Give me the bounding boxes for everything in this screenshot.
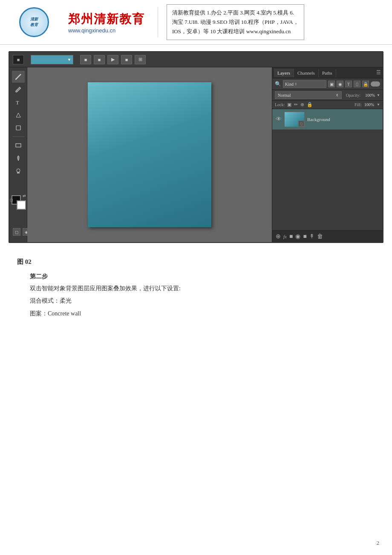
- svg-rect-3: [16, 144, 21, 147]
- separator-1: [12, 136, 24, 137]
- ps-top-toolbar: ■ ▼ ■ ■ ▶ ■ ⊞: [9, 52, 383, 67]
- layers-mask-icon[interactable]: ■: [289, 233, 293, 240]
- ps-tool-path[interactable]: [12, 109, 25, 121]
- step-desc-1: 双击智能对象背景图层应用图案叠加效果，进行以下设置:: [30, 283, 375, 294]
- filter-pixel-icon[interactable]: ▣: [328, 81, 335, 87]
- panel-menu-icon[interactable]: ☰: [376, 69, 381, 76]
- ps-layers-bottom: ⊕ fx ■ ◉ ■ ↟ 🗑: [272, 230, 383, 242]
- ps-lock-fill-row: Lock: ▣ ✏ ⊕ 🔒 Fill: 100% ▼: [272, 101, 383, 109]
- ps-default-colors-icon[interactable]: ◻: [10, 198, 13, 202]
- header: 清新教育 郑州清新教育 www.qingxinedu.cn 清新教育提供 1.办…: [0, 0, 392, 45]
- ps-panel-tabs: Layers Channels Paths ☰: [272, 67, 383, 78]
- layers-link-icon[interactable]: ⊕: [276, 233, 281, 240]
- filter-smart-icon[interactable]: 🔒: [362, 81, 369, 87]
- svg-point-4: [17, 169, 20, 172]
- info-line3: IOS，安卓）等 10 大课程培训 www.qingxinedu.cn: [172, 27, 299, 36]
- header-divider: [158, 7, 158, 37]
- lock-move-icon[interactable]: ⊕: [300, 102, 304, 107]
- opacity-dropdown-icon[interactable]: ▼: [377, 93, 380, 97]
- ps-filter-icons: ▣ ◉ T ⌷ 🔒: [328, 81, 380, 87]
- filter-shape-icon[interactable]: ⌷: [354, 81, 360, 87]
- logo-icon: 清新教育: [19, 7, 49, 37]
- ps-blend-opacity-row: Normal ⇕ Opacity: 100% ▼: [272, 90, 383, 101]
- blend-dropdown-icon: ⇕: [336, 93, 339, 97]
- layer-name-background: Background: [307, 117, 379, 122]
- svg-rect-5: [17, 172, 20, 173]
- logo-text: 郑州清新教育: [68, 11, 145, 27]
- ps-btn-1[interactable]: ■: [80, 55, 91, 64]
- layer-visibility-icon[interactable]: 👁: [276, 116, 282, 123]
- ps-quick-mask-btn[interactable]: ◻: [13, 228, 20, 236]
- ps-layers-list: 👁 ⌷ Background: [272, 109, 383, 230]
- ps-btn-2[interactable]: ■: [94, 55, 105, 64]
- ps-tool-pen[interactable]: [12, 152, 25, 164]
- ps-tool-pencil[interactable]: [12, 84, 25, 95]
- lock-paint-icon[interactable]: ✏: [294, 102, 298, 107]
- ps-canvas: [88, 82, 211, 227]
- ps-screenshot: ■ ▼ ■ ■ ▶ ■ ⊞ T: [9, 51, 383, 243]
- lock-label: Lock:: [275, 102, 285, 107]
- layers-new-icon[interactable]: ↟: [309, 233, 314, 240]
- kind-label: Kind: [285, 82, 294, 87]
- ps-tool-rect[interactable]: [12, 139, 25, 151]
- info-line1: 清新教育提供 1.办公 2.平面 3.网页 4.室内 5.模具 6.: [172, 8, 299, 17]
- ps-tool-paint[interactable]: [12, 122, 25, 134]
- fill-label: Fill:: [355, 102, 362, 107]
- layer-thumbnail: ⌷: [284, 112, 305, 127]
- ps-layers-panel: Layers Channels Paths ☰ 🔍 Kind ⇕ ▣ ◉ T ⌷…: [272, 67, 383, 242]
- logo-url: www.qingxinedu.cn: [68, 27, 115, 34]
- ps-btn-3[interactable]: ■: [121, 55, 132, 64]
- layers-delete-icon[interactable]: 🗑: [317, 233, 323, 240]
- svg-text:T: T: [16, 99, 19, 106]
- search-icon: 🔍: [275, 81, 281, 87]
- step-title: 第二步: [30, 273, 375, 280]
- page-number: 2: [377, 540, 380, 546]
- ps-left-toolbar: T ⇄ ◻ ◻ ◈: [9, 67, 27, 242]
- ps-tool-black-square[interactable]: ■: [13, 55, 24, 64]
- ps-btn-arrow[interactable]: ▶: [107, 55, 118, 64]
- step-desc-2: 混合模式：柔光: [30, 295, 375, 306]
- fill-value: 100%: [364, 102, 374, 107]
- tab-layers[interactable]: Layers: [274, 69, 294, 77]
- tab-channels[interactable]: Channels: [294, 69, 319, 77]
- ps-btn-grid[interactable]: ⊞: [135, 55, 146, 64]
- figure-label: 图 02: [17, 258, 375, 266]
- content-area: 图 02 第二步 双击智能对象背景图层应用图案叠加效果，进行以下设置: 混合模式…: [0, 249, 392, 329]
- logo-area: 清新教育: [9, 7, 60, 37]
- tab-paths[interactable]: Paths: [319, 69, 336, 77]
- ps-tool-stamp[interactable]: [12, 165, 25, 177]
- info-line2: 淘宝 7.UI8. 动漫 9.SEO 培训 10.程序（PHP，JAVA，: [172, 17, 299, 27]
- filter-adjust-icon[interactable]: ◉: [337, 81, 343, 87]
- ps-layer-filter-row: 🔍 Kind ⇕ ▣ ◉ T ⌷ 🔒: [272, 78, 383, 90]
- layers-adjustment-icon[interactable]: ◉: [295, 233, 300, 240]
- ps-tool-type[interactable]: T: [12, 96, 25, 108]
- opacity-label: Opacity:: [346, 93, 360, 98]
- layer-item-background[interactable]: 👁 ⌷ Background: [272, 109, 383, 130]
- layers-fx-icon[interactable]: fx: [283, 234, 287, 239]
- lock-pixels-icon[interactable]: ▣: [287, 102, 291, 107]
- svg-rect-2: [16, 126, 20, 130]
- filter-toggle[interactable]: [371, 81, 380, 87]
- fill-dropdown-icon[interactable]: ▼: [377, 103, 380, 107]
- ps-blend-mode-dropdown[interactable]: Normal ⇕: [275, 91, 342, 99]
- layer-thumb-mask: ⌷: [298, 121, 304, 127]
- filter-type-icon[interactable]: T: [345, 81, 352, 87]
- header-info: 清新教育提供 1.办公 2.平面 3.网页 4.室内 5.模具 6. 淘宝 7.…: [167, 4, 304, 40]
- ps-color-selector: ⇄ ◻: [12, 195, 27, 212]
- lock-all-icon[interactable]: 🔒: [307, 102, 313, 107]
- ps-canvas-dropdown[interactable]: ▼: [31, 55, 73, 64]
- svg-point-0: [15, 78, 17, 80]
- ps-bg-color[interactable]: [17, 200, 26, 210]
- step-desc-3: 图案：Concrete wall: [30, 308, 375, 319]
- blend-mode-label: Normal: [278, 93, 291, 98]
- ps-swap-icon[interactable]: ⇄: [23, 194, 26, 198]
- layers-group-icon[interactable]: ■: [303, 233, 306, 240]
- opacity-value: 100%: [362, 93, 375, 98]
- ps-canvas-area: [27, 67, 272, 242]
- kind-dropdown-arrow: ⇕: [294, 82, 297, 86]
- ps-kind-dropdown[interactable]: Kind ⇕: [283, 80, 326, 88]
- ps-tool-brush[interactable]: [12, 71, 25, 83]
